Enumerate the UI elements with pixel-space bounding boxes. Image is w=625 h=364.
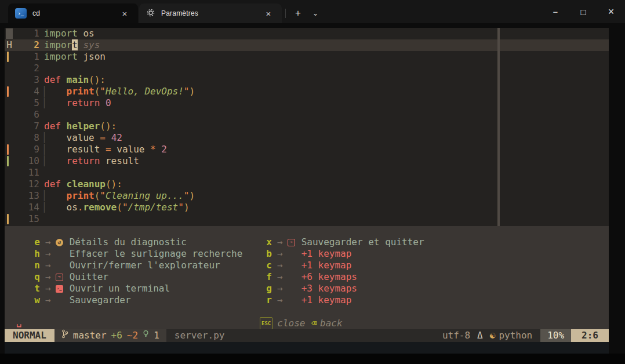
- code-segment: remove: [83, 202, 117, 213]
- line-number: 4: [14, 86, 39, 97]
- code-segment: =: [106, 144, 111, 155]
- code-line[interactable]: 9▏ result = value * 2: [5, 144, 497, 155]
- backspace-icon[interactable]: ⌫: [311, 318, 317, 329]
- line-number: 2: [14, 39, 39, 51]
- key-label: h: [34, 248, 41, 260]
- line-number: 2: [14, 63, 39, 74]
- hint-count: 1: [154, 329, 159, 342]
- line-number: 12: [14, 179, 39, 190]
- whichkey-item-w[interactable]: w→Sauvegarder: [34, 294, 131, 306]
- whichkey-item-g[interactable]: g→+3 keymaps: [266, 283, 357, 294]
- line-number: 9: [14, 144, 39, 155]
- code-line[interactable]: 10▏ return result: [5, 155, 497, 167]
- whichkey-item-b[interactable]: b→+1 keymap: [266, 248, 351, 260]
- whichkey-item-n[interactable]: n→Ouvrir/fermer l'explorateur: [34, 260, 220, 271]
- key-label: r: [266, 294, 272, 306]
- git-change-sign: [7, 144, 9, 155]
- code-text: ▏ os.remove("/tmp/test"): [39, 202, 190, 213]
- filename: server.py: [166, 329, 233, 342]
- git-branch-icon: [61, 329, 68, 342]
- line-number: 8: [14, 132, 39, 144]
- tab-dropdown-button[interactable]: ⌄: [307, 5, 324, 21]
- code-line[interactable]: 5▏ return 0: [5, 97, 497, 109]
- tab-parametres[interactable]: Paramètres ×: [139, 3, 282, 23]
- code-segment: [50, 155, 67, 166]
- whichkey-item-t[interactable]: t→›_Ouvrir un terminal: [34, 283, 170, 294]
- code-segment: ▏: [44, 132, 50, 143]
- code-text: def main():: [39, 74, 106, 86]
- arrow-icon: →: [277, 260, 283, 271]
- code-line[interactable]: 14▏ os.remove("/tmp/test"): [5, 202, 497, 213]
- back-hint-label: back: [320, 318, 343, 329]
- whichkey-item-h[interactable]: h→Effacer le surlignage recherche: [34, 248, 242, 260]
- code-text: ▏ result = value * 2: [39, 144, 167, 155]
- code-line[interactable]: 11: [5, 167, 497, 179]
- keymap-description: +1 keymap: [301, 260, 352, 271]
- esc-key-badge[interactable]: ESC: [260, 317, 272, 330]
- code-line[interactable]: 8▏ value = 42: [5, 132, 497, 144]
- code-segment: return: [67, 155, 100, 166]
- keymap-description: +1 keymap: [301, 248, 352, 260]
- keymap-description: Sauvegarder et quitter: [301, 236, 424, 248]
- code-segment: 2: [161, 144, 167, 155]
- code-line[interactable]: 2: [5, 63, 497, 74]
- key-label: q: [34, 271, 41, 283]
- code-line[interactable]: 3def main():: [5, 74, 497, 86]
- code-line[interactable]: 1import json: [5, 51, 497, 63]
- right-empty-pane[interactable]: [500, 28, 609, 226]
- code-line[interactable]: 7def helper():: [5, 121, 497, 132]
- code-line[interactable]: 15: [5, 213, 497, 225]
- close-button[interactable]: ×: [597, 0, 625, 23]
- whichkey-item-x[interactable]: x→→Sauvegarder et quitter: [266, 236, 424, 248]
- code-segment: ): [190, 86, 195, 97]
- code-segment: [106, 132, 111, 143]
- titlebar[interactable]: ›_ cd × Paramètres × + ⌄ − □ ×: [0, 0, 625, 23]
- sign-column: [5, 28, 14, 39]
- whichkey-item-q[interactable]: q→→Quitter: [34, 271, 108, 283]
- code-line[interactable]: 6: [5, 109, 497, 121]
- code-segment: (: [95, 86, 100, 97]
- whichkey-item-f[interactable]: f→+6 keymaps: [266, 271, 357, 283]
- keymap-description: Ouvrir/fermer l'explorateur: [70, 260, 220, 271]
- code-segment: ): [184, 202, 190, 213]
- code-line[interactable]: 1import os: [5, 28, 497, 39]
- editor-area[interactable]: 1import osH2import sys1import json23def …: [5, 28, 609, 226]
- whichkey-item-c[interactable]: c→+1 keymap: [266, 260, 351, 271]
- maximize-button[interactable]: □: [569, 0, 597, 23]
- code-line[interactable]: 13▏ print("Cleaning up..."): [5, 190, 497, 202]
- arrow-icon: →: [45, 283, 51, 294]
- code-text: ▏ print("Hello, DevOps!"): [39, 86, 195, 97]
- tab-cd[interactable]: ›_ cd ×: [8, 3, 138, 23]
- sign-column: [5, 97, 14, 109]
- code-segment: [50, 86, 67, 97]
- code-segment: [78, 39, 83, 50]
- code-segment: *: [150, 144, 156, 155]
- git-change-sign: [7, 214, 9, 224]
- minimize-button[interactable]: −: [542, 0, 569, 23]
- code-line[interactable]: 12def cleanup():: [5, 179, 497, 190]
- new-tab-button[interactable]: +: [289, 5, 307, 21]
- code-text: [39, 109, 44, 121]
- tab-close-icon[interactable]: ×: [261, 6, 276, 20]
- terminal-icon: ›_: [56, 285, 63, 293]
- code-segment: value: [50, 132, 100, 143]
- key-label: b: [266, 248, 272, 260]
- whichkey-item-r[interactable]: r→+1 keymap: [266, 294, 351, 306]
- keymap-description: Sauvegarder: [70, 294, 131, 306]
- code-line[interactable]: 4▏ print("Hello, DevOps!"): [5, 86, 497, 97]
- code-segment: (: [95, 190, 100, 201]
- tab-close-icon[interactable]: ×: [117, 6, 132, 20]
- keymap-description: Effacer le surlignage recherche: [70, 248, 243, 260]
- sign-column: [5, 51, 14, 63]
- code-segment: /tmp/test: [128, 202, 179, 213]
- key-label: f: [266, 271, 272, 283]
- code-segment: ): [190, 190, 195, 201]
- whichkey-item-e[interactable]: e→↺Détails du diagnostic: [34, 236, 187, 248]
- keymap-description: Détails du diagnostic: [70, 236, 187, 248]
- git-added: +6: [111, 329, 122, 342]
- git-change-sign: [7, 156, 9, 166]
- code-line[interactable]: H2import sys: [5, 39, 497, 51]
- line-number: 13: [14, 190, 39, 202]
- code-segment: .: [78, 202, 83, 213]
- code-segment: ": [122, 202, 128, 213]
